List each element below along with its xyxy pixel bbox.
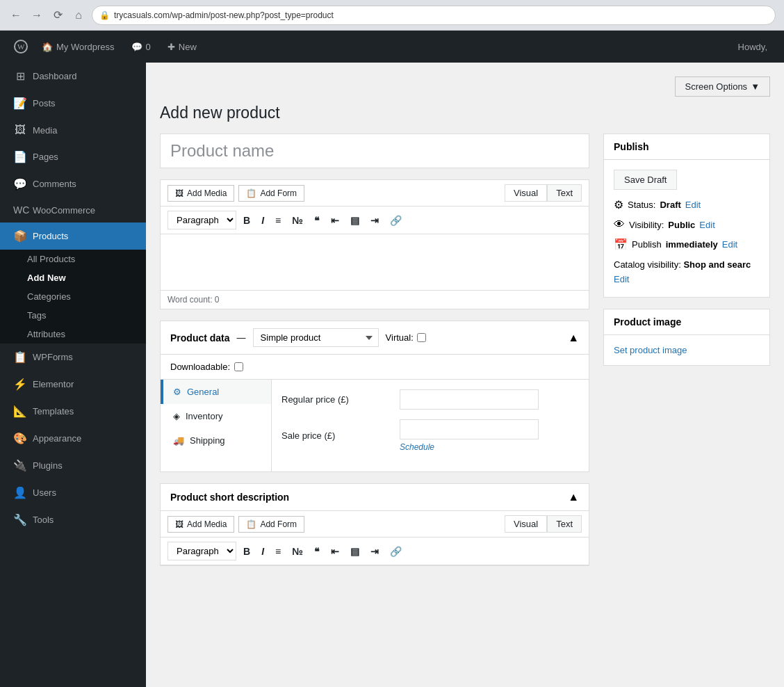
sale-price-input[interactable] <box>400 419 539 439</box>
regular-price-input[interactable] <box>400 389 539 410</box>
howdy-text: Howdy, <box>738 42 776 52</box>
sidebar-item-elementor[interactable]: ⚡ Elementor <box>0 371 146 398</box>
sidebar-item-wpforms[interactable]: 📋 WPForms <box>0 344 146 371</box>
short-desc-paragraph-select[interactable]: Paragraph <box>168 542 236 560</box>
tab-general[interactable]: ⚙ General <box>161 380 271 404</box>
short-desc-align-left[interactable]: ⇤ <box>327 543 343 560</box>
sidebar-label-wpforms: WPForms <box>33 352 73 362</box>
refresh-button[interactable]: ⟳ <box>50 8 65 23</box>
url-bar[interactable]: 🔒 trycasuals.com/wp-admin/post-new.php?p… <box>92 6 776 25</box>
dashboard-icon: ⊞ <box>13 70 27 83</box>
downloadable-checkbox[interactable] <box>234 362 243 371</box>
sidebar-label-appearance: Appearance <box>33 433 81 444</box>
sidebar-item-categories[interactable]: Categories <box>0 287 146 306</box>
short-desc-italic[interactable]: I <box>257 543 268 560</box>
pages-icon: 📄 <box>13 150 27 163</box>
tab-inventory[interactable]: ◈ Inventory <box>161 404 271 428</box>
sidebar-item-all-products[interactable]: All Products <box>0 250 146 268</box>
comments-icon: 💬 <box>13 177 27 191</box>
short-desc-align-center[interactable]: ▤ <box>346 543 364 560</box>
product-data-dash: — <box>237 332 246 343</box>
sidebar-item-comments[interactable]: 💬 Comments <box>0 170 146 197</box>
short-desc-ul[interactable]: ≡ <box>271 543 285 560</box>
wpforms-icon: 📋 <box>13 350 27 364</box>
house-icon: 🏠 <box>42 42 53 52</box>
sidebar-item-plugins[interactable]: 🔌 Plugins <box>0 452 146 479</box>
sidebar-label-pages: Pages <box>33 152 58 162</box>
schedule-link[interactable]: Schedule <box>400 442 539 452</box>
link-button[interactable]: 🔗 <box>386 212 406 229</box>
sidebar-label-attributes: Attributes <box>27 329 65 339</box>
editor-body[interactable] <box>161 234 589 290</box>
comment-count: 0 <box>146 42 151 52</box>
visual-tab[interactable]: Visual <box>505 184 547 202</box>
shipping-tab-label: Shipping <box>190 435 225 446</box>
page-title: Add new product <box>160 104 770 122</box>
sidebar-item-templates[interactable]: 📐 Templates <box>0 398 146 425</box>
sidebar-item-attributes[interactable]: Attributes <box>0 325 146 344</box>
sidebar-item-posts[interactable]: 📝 Posts <box>0 90 146 117</box>
ordered-list-button[interactable]: № <box>288 212 307 229</box>
publish-edit-link[interactable]: Edit <box>722 239 737 250</box>
my-wordpress-link[interactable]: 🏠 My Wordpress <box>33 31 123 63</box>
short-desc-collapse[interactable]: ▲ <box>568 491 579 503</box>
short-desc-quote[interactable]: ❝ <box>310 543 324 560</box>
short-desc-visual-tab[interactable]: Visual <box>505 515 547 533</box>
home-button[interactable]: ⌂ <box>71 8 86 23</box>
short-desc-add-media[interactable]: 🖼 Add Media <box>168 516 234 533</box>
set-product-image-link[interactable]: Set product image <box>614 345 687 355</box>
sidebar-item-add-new[interactable]: Add New <box>0 268 146 287</box>
new-link[interactable]: ✚ New <box>159 31 205 63</box>
visibility-edit-link[interactable]: Edit <box>699 220 714 230</box>
short-desc-add-form[interactable]: 📋 Add Form <box>238 516 304 533</box>
product-data-collapse[interactable]: ▲ <box>568 332 579 344</box>
users-icon: 👤 <box>13 486 27 499</box>
site-name: My Wordpress <box>56 42 115 52</box>
align-left-button[interactable]: ⇤ <box>327 212 343 229</box>
short-desc-ol[interactable]: № <box>288 543 307 560</box>
add-media-button[interactable]: 🖼 Add Media <box>168 185 234 202</box>
catalog-visibility-edit-link[interactable]: Edit <box>614 274 629 284</box>
status-edit-link[interactable]: Edit <box>685 200 701 210</box>
catalog-visibility-label: Catalog visibility: <box>614 259 681 270</box>
catalog-visibility-value: Shop and searc <box>683 259 751 270</box>
add-form-button[interactable]: 📋 Add Form <box>238 185 304 202</box>
quote-button[interactable]: ❝ <box>310 212 324 229</box>
short-desc-text-tab[interactable]: Text <box>547 515 582 533</box>
back-button[interactable]: ← <box>8 8 24 23</box>
virtual-checkbox[interactable] <box>417 333 426 342</box>
product-name-input[interactable] <box>160 134 589 168</box>
sidebar-item-products[interactable]: 📦 Products <box>0 223 146 250</box>
comments-link[interactable]: 💬 0 <box>123 31 159 63</box>
align-right-button[interactable]: ⇥ <box>366 212 383 229</box>
tab-shipping[interactable]: 🚚 Shipping <box>161 428 271 453</box>
paragraph-select[interactable]: Paragraph <box>168 211 236 229</box>
sidebar-item-woocommerce[interactable]: WC WooCommerce <box>0 197 146 223</box>
sidebar-item-appearance[interactable]: 🎨 Appearance <box>0 425 146 452</box>
text-tab[interactable]: Text <box>547 184 582 202</box>
forward-button[interactable]: → <box>29 8 44 23</box>
sidebar-item-users[interactable]: 👤 Users <box>0 479 146 506</box>
short-desc-link[interactable]: 🔗 <box>386 543 406 560</box>
short-desc-bold[interactable]: B <box>239 543 254 560</box>
sidebar-item-media[interactable]: 🖼 Media <box>0 117 146 143</box>
save-draft-button[interactable]: Save Draft <box>614 170 677 190</box>
align-center-button[interactable]: ▤ <box>346 212 364 229</box>
sidebar-item-tools[interactable]: 🔧 Tools <box>0 506 146 533</box>
short-desc-title: Product short description <box>170 492 289 503</box>
short-desc-align-right[interactable]: ⇥ <box>366 543 383 560</box>
sidebar-item-tags[interactable]: Tags <box>0 306 146 325</box>
screen-options-button[interactable]: Screen Options ▼ <box>675 76 770 97</box>
unordered-list-button[interactable]: ≡ <box>271 212 285 229</box>
media-icon: 🖼 <box>13 124 27 136</box>
wp-logo[interactable]: W <box>8 34 33 59</box>
bold-button[interactable]: B <box>239 212 254 229</box>
sidebar-item-pages[interactable]: 📄 Pages <box>0 143 146 170</box>
italic-button[interactable]: I <box>257 212 268 229</box>
wp-layout: ⊞ Dashboard 📝 Posts 🖼 Media 📄 Pages 💬 Co… <box>0 63 784 687</box>
product-type-select[interactable]: Simple product Variable product Grouped … <box>253 328 379 347</box>
virtual-check: Virtual: <box>386 332 426 343</box>
sidebar-label-elementor: Elementor <box>33 379 74 389</box>
sidebar-item-dashboard[interactable]: ⊞ Dashboard <box>0 63 146 90</box>
publish-box-header: Publish <box>604 134 769 160</box>
